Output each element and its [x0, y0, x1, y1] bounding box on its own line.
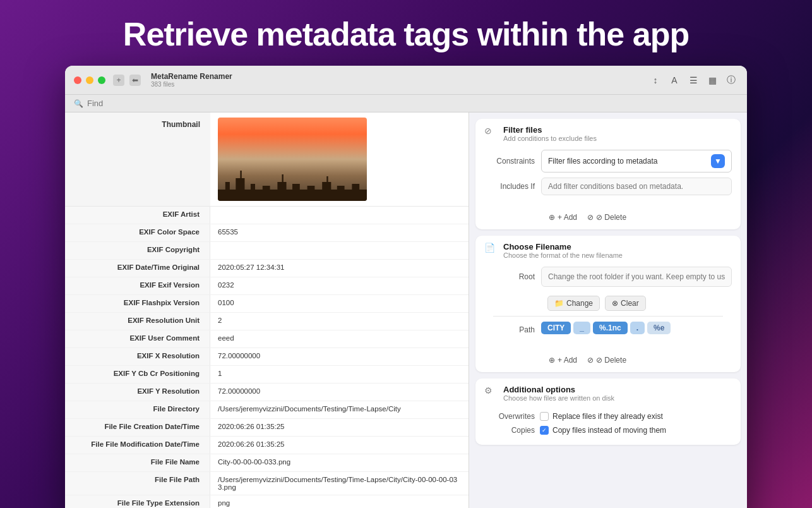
- info-icon[interactable]: ⓘ: [724, 73, 738, 87]
- includes-if-control: [541, 178, 732, 195]
- app-name: MetaRename Renamer: [151, 72, 232, 81]
- additional-subtitle: Choose how files are written on disk: [503, 394, 614, 402]
- filename-title: Choose Filename: [503, 242, 623, 251]
- meta-value: City-00-00-00-033.png: [210, 454, 469, 471]
- meta-label: File Directory: [65, 401, 210, 418]
- maximize-button[interactable]: [98, 76, 105, 84]
- table-row: EXIF X Resolution 72.00000000: [65, 348, 469, 366]
- filter-icon: ⊘: [484, 126, 497, 138]
- app-title-info: MetaRename Renamer 383 files: [151, 72, 232, 88]
- overwrites-row: Overwrites Replace files if they already…: [484, 409, 732, 423]
- copies-label: Copies: [484, 426, 535, 435]
- minimize-button[interactable]: [86, 76, 93, 84]
- meta-label: EXIF Flashpix Version: [65, 295, 210, 312]
- root-actions: 📁 Change ⊗ Clear: [547, 296, 646, 311]
- path-token[interactable]: %.1nc: [593, 322, 628, 334]
- filter-section-card: ⊘ Filter files Add conditions to exclude…: [475, 119, 741, 229]
- filename-delete-button[interactable]: ⊘ ⊘ Delete: [585, 354, 629, 366]
- path-row: Path CITY_%.1nc.%e: [484, 322, 732, 338]
- root-actions-row: 📁 Change ⊗ Clear: [484, 292, 732, 311]
- constraints-label: Constraints: [484, 157, 535, 166]
- path-label: Path: [484, 325, 535, 334]
- additional-body: Overwrites Replace files if they already…: [475, 406, 741, 445]
- table-row: EXIF Copyright: [65, 242, 469, 260]
- table-row: EXIF User Comment eeed: [65, 330, 469, 348]
- constraints-control: Filter files according to metadata ▼: [541, 150, 732, 172]
- root-label: Root: [484, 272, 535, 281]
- filename-icon: 📄: [484, 243, 497, 255]
- filter-section-header: ⊘ Filter files Add conditions to exclude…: [475, 119, 741, 146]
- copies-row: Copies ✓ Copy files instead of moving th…: [484, 423, 732, 437]
- title-bar: + ⬅ MetaRename Renamer 383 files ↕ A ☰ ▦…: [65, 66, 747, 95]
- back-button[interactable]: +: [113, 75, 124, 86]
- filter-body: Constraints Filter files according to me…: [475, 146, 741, 208]
- filter-title: Filter files: [503, 125, 597, 135]
- additional-title: Additional options: [503, 385, 614, 394]
- table-row: EXIF Exif Version 0232: [65, 277, 469, 295]
- title-bar-right: ↕ A ☰ ▦ ⓘ: [648, 73, 738, 87]
- meta-value: png: [210, 495, 469, 508]
- filename-add-button[interactable]: ⊕ + Add: [546, 354, 580, 366]
- meta-value: 2: [210, 313, 469, 330]
- search-input[interactable]: [87, 99, 213, 108]
- meta-value: eeed: [210, 330, 469, 348]
- filter-delete-label: ⊘ Delete: [596, 213, 626, 222]
- filter-delete-icon: ⊘: [587, 213, 594, 222]
- list-icon[interactable]: ☰: [686, 73, 700, 87]
- meta-value: /Users/jeremyvizzini/Documents/Testing/T…: [210, 401, 469, 418]
- meta-label: File File Creation Date/Time: [65, 419, 210, 436]
- table-row: File File Name City-00-00-00-033.png: [65, 454, 469, 472]
- meta-value: 1: [210, 366, 469, 383]
- path-token[interactable]: %e: [647, 322, 671, 334]
- copies-text: Copy files instead of moving them: [552, 426, 666, 435]
- path-token[interactable]: _: [573, 322, 590, 334]
- filename-add-label: + Add: [558, 356, 577, 365]
- table-row: File File Modification Date/Time 2020:06…: [65, 437, 469, 454]
- root-row: Root: [484, 267, 732, 287]
- filter-action-row: ⊕ + Add ⊘ ⊘ Delete: [475, 208, 741, 229]
- additional-section-card: ⚙ Additional options Choose how files ar…: [475, 378, 741, 445]
- clear-button[interactable]: ⊗ Clear: [605, 296, 646, 311]
- includes-if-input[interactable]: [541, 178, 732, 195]
- meta-label: EXIF Date/Time Original: [65, 260, 210, 277]
- copies-checkbox[interactable]: ✓: [540, 426, 549, 435]
- meta-value: 72.00000000: [210, 384, 469, 401]
- app-window: + ⬅ MetaRename Renamer 383 files ↕ A ☰ ▦…: [65, 66, 747, 508]
- font-icon[interactable]: A: [667, 73, 681, 87]
- change-button[interactable]: 📁 Change: [547, 296, 600, 311]
- path-token[interactable]: .: [630, 322, 645, 334]
- filename-add-icon: ⊕: [549, 356, 555, 365]
- close-button[interactable]: [74, 76, 81, 84]
- meta-label: File File Modification Date/Time: [65, 437, 210, 454]
- additional-title-group: Additional options Choose how files are …: [503, 385, 614, 402]
- nav-button[interactable]: ⬅: [129, 75, 141, 86]
- meta-label: EXIF Y Cb Cr Positioning: [65, 366, 210, 383]
- meta-label: File File Path: [65, 472, 210, 495]
- overwrites-label: Overwrites: [484, 412, 535, 421]
- filename-section-card: 📄 Choose Filename Choose the format of t…: [475, 236, 741, 372]
- filter-delete-button[interactable]: ⊘ ⊘ Delete: [585, 212, 629, 223]
- filter-add-button[interactable]: ⊕ + Add: [546, 212, 580, 223]
- meta-value: 2020:06:26 01:35:25: [210, 419, 469, 436]
- sort-icon[interactable]: ↕: [648, 73, 662, 87]
- overwrites-checkbox[interactable]: [540, 412, 549, 421]
- filename-section-header: 📄 Choose Filename Choose the format of t…: [475, 236, 741, 263]
- path-tokens: CITY_%.1nc.%e: [541, 322, 732, 334]
- main-content: Thumbnail EXIF Artist EXIF Color Space 6…: [65, 112, 747, 508]
- gear-icon: ⚙: [484, 385, 497, 398]
- change-label: Change: [566, 299, 593, 308]
- list-alt-icon[interactable]: ▦: [705, 73, 719, 87]
- meta-label: EXIF Copyright: [65, 242, 210, 259]
- root-input[interactable]: [541, 267, 732, 287]
- clear-icon: ⊗: [612, 299, 618, 308]
- constraints-select[interactable]: Filter files according to metadata ▼: [541, 150, 732, 172]
- table-row: File File Path /Users/jeremyvizzini/Docu…: [65, 472, 469, 495]
- meta-label: File File Name: [65, 454, 210, 471]
- includes-if-label: Includes If: [484, 182, 535, 191]
- metadata-table: EXIF Artist EXIF Color Space 65535 EXIF …: [65, 207, 469, 508]
- table-row: File Directory /Users/jeremyvizzini/Docu…: [65, 401, 469, 419]
- meta-value: 0232: [210, 277, 469, 294]
- table-row: File File Type Extension png: [65, 495, 469, 508]
- path-token[interactable]: CITY: [541, 322, 571, 334]
- constraints-arrow: ▼: [711, 154, 725, 168]
